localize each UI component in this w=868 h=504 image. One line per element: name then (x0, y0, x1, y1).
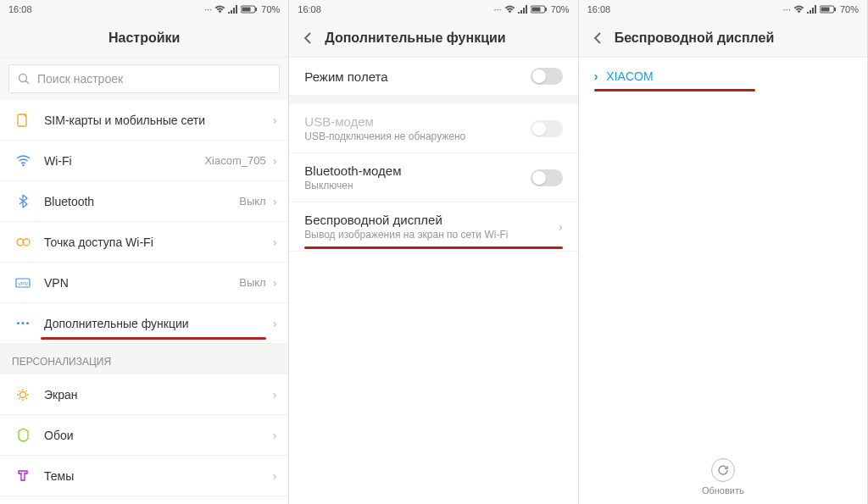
section-header: ПЕРСОНАЛИЗАЦИЯ (0, 344, 288, 374)
row-display[interactable]: Экран › (0, 374, 288, 415)
chevron-right-icon: › (273, 154, 277, 168)
more-icon: ··· (783, 4, 791, 14)
toggle-switch[interactable] (531, 68, 563, 85)
battery-icon (531, 5, 548, 14)
svg-rect-24 (545, 8, 547, 11)
search-input[interactable]: Поиск настроек (8, 64, 280, 93)
more-icon: ··· (204, 4, 212, 14)
device-row[interactable]: › XIACOM (579, 58, 867, 95)
row-title: Bluetooth-модем (304, 163, 530, 178)
svg-rect-25 (531, 8, 540, 12)
search-icon (18, 73, 31, 86)
svg-point-3 (19, 74, 27, 81)
row-usb-tethering[interactable]: USB-модем USB-подключения не обнаружено (289, 104, 577, 153)
row-themes[interactable]: Темы › (0, 456, 288, 496)
titlebar: Дополнительные функции (289, 19, 577, 58)
refresh-button[interactable]: Обновить (579, 458, 867, 496)
chevron-right-icon: › (273, 276, 277, 290)
search-placeholder: Поиск настроек (37, 72, 123, 86)
row-bt-tethering[interactable]: Bluetooth-модем Выключен (289, 153, 577, 202)
row-label: SIM-карты и мобильные сети (44, 114, 273, 127)
signal-icon (807, 5, 817, 14)
wallpaper-icon (12, 428, 34, 442)
back-icon[interactable] (301, 31, 314, 45)
vpn-icon: VPN (12, 278, 34, 288)
highlight-underline (304, 246, 562, 249)
chevron-right-icon: › (273, 317, 277, 330)
row-hotspot[interactable]: Точка доступа Wi-Fi › (0, 222, 288, 263)
svg-point-12 (21, 322, 24, 324)
svg-line-21 (19, 397, 19, 398)
toggle-switch (531, 120, 563, 137)
row-sim[interactable]: SIM-карты и мобильные сети › (0, 100, 288, 141)
sim-icon (12, 114, 34, 127)
row-label: Экран (44, 388, 273, 402)
chevron-right-icon: › (273, 195, 277, 208)
battery-icon (241, 5, 258, 14)
refresh-label: Обновить (702, 485, 744, 496)
status-time: 16:08 (8, 4, 32, 14)
status-icons: ··· (783, 4, 837, 14)
row-label: VPN (44, 276, 239, 290)
row-label: Точка доступа Wi-Fi (44, 235, 273, 249)
row-label: Дополнительные функции (44, 317, 273, 330)
screen-settings: 16:08 ··· 70% Настройки Поиск настроек S… (0, 0, 289, 504)
hotspot-icon (12, 236, 34, 248)
titlebar: Беспроводной дисплей (579, 19, 867, 58)
row-title: Режим полета (304, 69, 530, 84)
row-airplane[interactable]: Режим полета (289, 58, 577, 96)
row-advanced[interactable]: Дополнительные функции › (0, 303, 288, 344)
battery-icon (820, 5, 837, 14)
row-value: Выкл (239, 276, 265, 289)
chevron-right-icon: › (559, 220, 563, 234)
bluetooth-icon (12, 194, 34, 208)
svg-point-11 (17, 322, 19, 324)
more-icon: ··· (493, 4, 501, 14)
row-wireless-display[interactable]: Беспроводной дисплей Вывод изображения н… (289, 202, 577, 252)
titlebar: Настройки (0, 19, 288, 58)
svg-point-13 (26, 322, 29, 324)
svg-rect-1 (255, 8, 257, 11)
toggle-switch[interactable] (531, 169, 563, 186)
row-title: Беспроводной дисплей (304, 213, 559, 227)
row-vpn[interactable]: VPN VPN Выкл › (0, 263, 288, 303)
chevron-right-icon: › (273, 388, 277, 402)
row-subtitle: USB-подключения не обнаружено (304, 130, 530, 142)
svg-rect-27 (834, 8, 836, 11)
row-subtitle: Выключен (304, 180, 530, 191)
row-wallpaper[interactable]: Обои › (0, 415, 288, 456)
wifi-icon (12, 155, 34, 167)
themes-icon (12, 469, 34, 482)
row-label: Wi-Fi (44, 154, 204, 168)
chevron-right-icon: › (273, 235, 277, 249)
status-battery: 70% (551, 4, 570, 14)
status-bar: 16:08 ··· 70% (289, 0, 577, 19)
svg-line-19 (19, 390, 19, 391)
status-battery: 70% (261, 4, 280, 14)
status-icons: ··· (493, 4, 547, 14)
svg-line-22 (26, 390, 27, 391)
wifi-icon (793, 5, 804, 14)
svg-text:VPN: VPN (18, 280, 27, 285)
chevron-right-icon: › (273, 114, 277, 127)
page-title: Дополнительные функции (325, 30, 505, 46)
back-icon[interactable] (591, 31, 604, 45)
row-bluetooth[interactable]: Bluetooth Выкл › (0, 181, 288, 222)
svg-rect-2 (242, 8, 251, 12)
highlight-underline (41, 337, 266, 340)
status-time: 16:08 (298, 4, 321, 14)
chevron-right-icon: › (594, 69, 598, 83)
svg-rect-28 (821, 8, 829, 12)
status-battery: 70% (840, 4, 859, 14)
status-time: 16:08 (587, 4, 611, 14)
row-wifi[interactable]: Wi-Fi Xiacom_705 › (0, 141, 288, 181)
row-value: Xiacom_705 (204, 154, 265, 167)
page-title: Беспроводной дисплей (615, 30, 775, 46)
status-bar: 16:08 ··· 70% (0, 0, 288, 19)
row-label: Bluetooth (44, 195, 239, 208)
more-icon (12, 321, 34, 325)
svg-line-20 (26, 397, 27, 398)
svg-line-4 (26, 80, 30, 84)
svg-point-6 (22, 163, 24, 165)
row-value: Выкл (239, 195, 265, 208)
